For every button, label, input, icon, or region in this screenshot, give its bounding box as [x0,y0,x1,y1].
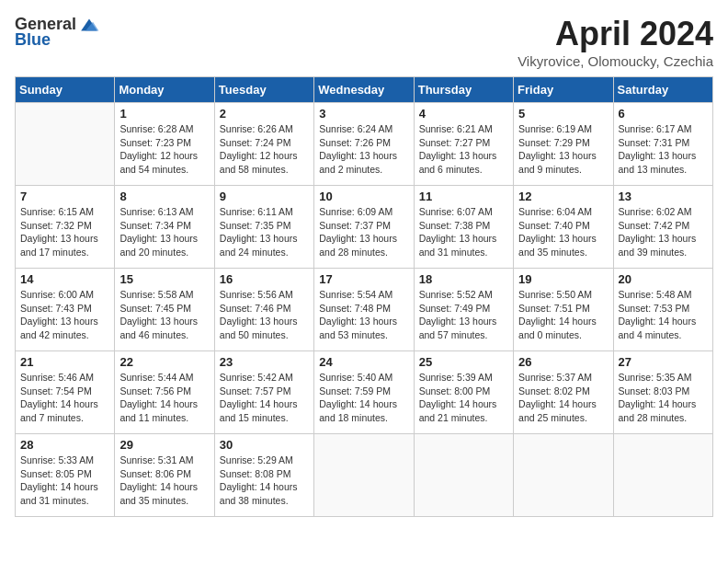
day-info: Sunrise: 5:39 AM Sunset: 8:00 PM Dayligh… [419,371,508,425]
day-info: Sunrise: 6:21 AM Sunset: 7:27 PM Dayligh… [419,122,508,177]
calendar-table: SundayMondayTuesdayWednesdayThursdayFrid… [15,76,713,517]
logo-blue: Blue [15,30,51,50]
day-number: 21 [20,355,109,369]
weekday-header: Friday [514,77,613,103]
calendar-week-row: 7Sunrise: 6:15 AM Sunset: 7:32 PM Daylig… [16,186,713,269]
day-info: Sunrise: 6:04 AM Sunset: 7:40 PM Dayligh… [518,205,608,259]
weekday-header: Sunday [16,77,115,103]
calendar-cell: 10Sunrise: 6:09 AM Sunset: 7:37 PM Dayli… [314,186,414,269]
day-number: 8 [119,190,209,203]
day-info: Sunrise: 5:56 AM Sunset: 7:46 PM Dayligh… [220,288,309,342]
day-info: Sunrise: 6:26 AM Sunset: 7:24 PM Dayligh… [220,122,309,177]
calendar-cell [414,434,513,517]
day-number: 16 [220,272,309,286]
day-info: Sunrise: 6:19 AM Sunset: 7:29 PM Dayligh… [518,122,608,177]
day-info: Sunrise: 6:00 AM Sunset: 7:43 PM Dayligh… [20,288,109,342]
calendar-cell: 1Sunrise: 6:28 AM Sunset: 7:23 PM Daylig… [115,103,214,186]
day-number: 22 [119,355,209,369]
day-info: Sunrise: 5:52 AM Sunset: 7:49 PM Dayligh… [419,288,508,342]
calendar-cell: 30Sunrise: 5:29 AM Sunset: 8:08 PM Dayli… [214,434,313,517]
page-header: General Blue April 2024 Vikyrovice, Olom… [15,15,713,69]
day-number: 15 [119,272,209,286]
calendar-cell: 9Sunrise: 6:11 AM Sunset: 7:35 PM Daylig… [214,186,313,269]
calendar-cell: 17Sunrise: 5:54 AM Sunset: 7:48 PM Dayli… [314,269,414,351]
day-info: Sunrise: 6:02 AM Sunset: 7:42 PM Dayligh… [619,205,708,259]
calendar-cell: 16Sunrise: 5:56 AM Sunset: 7:46 PM Dayli… [214,269,313,351]
day-info: Sunrise: 5:40 AM Sunset: 7:59 PM Dayligh… [319,371,408,425]
weekday-header: Tuesday [214,77,313,103]
logo: General Blue [15,15,100,50]
calendar-cell: 18Sunrise: 5:52 AM Sunset: 7:49 PM Dayli… [414,269,513,351]
calendar-cell: 28Sunrise: 5:33 AM Sunset: 8:05 PM Dayli… [16,434,115,517]
day-info: Sunrise: 5:44 AM Sunset: 7:56 PM Dayligh… [119,371,209,425]
calendar-cell: 23Sunrise: 5:42 AM Sunset: 7:57 PM Dayli… [214,351,313,434]
day-number: 18 [419,272,508,286]
month-title: April 2024 [518,15,713,53]
calendar-week-row: 21Sunrise: 5:46 AM Sunset: 7:54 PM Dayli… [16,351,713,434]
day-number: 24 [319,355,408,369]
subtitle: Vikyrovice, Olomoucky, Czechia [518,53,713,69]
day-info: Sunrise: 6:07 AM Sunset: 7:38 PM Dayligh… [419,205,508,259]
day-number: 26 [518,355,608,369]
day-info: Sunrise: 6:15 AM Sunset: 7:32 PM Dayligh… [20,205,109,259]
day-info: Sunrise: 5:42 AM Sunset: 7:57 PM Dayligh… [220,371,309,425]
day-info: Sunrise: 6:13 AM Sunset: 7:34 PM Dayligh… [119,205,209,259]
calendar-cell: 5Sunrise: 6:19 AM Sunset: 7:29 PM Daylig… [514,103,613,186]
calendar-cell: 7Sunrise: 6:15 AM Sunset: 7:32 PM Daylig… [16,186,115,269]
calendar-cell: 2Sunrise: 6:26 AM Sunset: 7:24 PM Daylig… [214,103,313,186]
day-info: Sunrise: 5:37 AM Sunset: 8:02 PM Dayligh… [518,371,608,425]
calendar-cell: 6Sunrise: 6:17 AM Sunset: 7:31 PM Daylig… [613,103,712,186]
day-number: 23 [220,355,309,369]
day-number: 4 [419,107,508,121]
day-info: Sunrise: 5:46 AM Sunset: 7:54 PM Dayligh… [20,371,109,425]
day-number: 19 [518,272,608,286]
calendar-cell [16,103,115,186]
calendar-cell: 13Sunrise: 6:02 AM Sunset: 7:42 PM Dayli… [613,186,712,269]
day-info: Sunrise: 5:35 AM Sunset: 8:03 PM Dayligh… [619,371,708,425]
calendar-cell: 3Sunrise: 6:24 AM Sunset: 7:26 PM Daylig… [314,103,414,186]
calendar-cell: 19Sunrise: 5:50 AM Sunset: 7:51 PM Dayli… [514,269,613,351]
calendar-cell: 8Sunrise: 6:13 AM Sunset: 7:34 PM Daylig… [115,186,214,269]
calendar-cell [314,434,414,517]
day-info: Sunrise: 5:58 AM Sunset: 7:45 PM Dayligh… [119,288,209,342]
day-number: 29 [119,438,209,452]
weekday-header-row: SundayMondayTuesdayWednesdayThursdayFrid… [16,77,713,103]
day-number: 1 [119,107,209,121]
day-info: Sunrise: 6:28 AM Sunset: 7:23 PM Dayligh… [119,122,209,177]
day-number: 2 [220,107,309,121]
day-info: Sunrise: 6:24 AM Sunset: 7:26 PM Dayligh… [319,122,408,177]
day-number: 5 [518,107,608,121]
day-number: 20 [619,272,708,286]
day-info: Sunrise: 5:29 AM Sunset: 8:08 PM Dayligh… [220,454,309,508]
calendar-cell: 26Sunrise: 5:37 AM Sunset: 8:02 PM Dayli… [514,351,613,434]
logo-icon [78,16,100,34]
calendar-cell: 24Sunrise: 5:40 AM Sunset: 7:59 PM Dayli… [314,351,414,434]
day-info: Sunrise: 6:17 AM Sunset: 7:31 PM Dayligh… [619,122,708,177]
weekday-header: Thursday [414,77,513,103]
day-number: 9 [220,190,309,203]
calendar-cell: 14Sunrise: 6:00 AM Sunset: 7:43 PM Dayli… [16,269,115,351]
day-number: 6 [619,107,708,121]
calendar-cell: 11Sunrise: 6:07 AM Sunset: 7:38 PM Dayli… [414,186,513,269]
day-number: 3 [319,107,408,121]
calendar-week-row: 1Sunrise: 6:28 AM Sunset: 7:23 PM Daylig… [16,103,713,186]
day-number: 13 [619,190,708,203]
day-info: Sunrise: 6:11 AM Sunset: 7:35 PM Dayligh… [220,205,309,259]
title-area: April 2024 Vikyrovice, Olomoucky, Czechi… [518,15,713,69]
day-number: 28 [20,438,109,452]
day-info: Sunrise: 5:31 AM Sunset: 8:06 PM Dayligh… [119,454,209,508]
day-number: 7 [20,190,109,203]
day-number: 30 [220,438,309,452]
day-info: Sunrise: 5:33 AM Sunset: 8:05 PM Dayligh… [20,454,109,508]
day-info: Sunrise: 5:54 AM Sunset: 7:48 PM Dayligh… [319,288,408,342]
calendar-cell [514,434,613,517]
day-info: Sunrise: 5:50 AM Sunset: 7:51 PM Dayligh… [518,288,608,342]
day-number: 25 [419,355,508,369]
day-number: 12 [518,190,608,203]
calendar-cell [613,434,712,517]
day-number: 10 [319,190,408,203]
day-info: Sunrise: 5:48 AM Sunset: 7:53 PM Dayligh… [619,288,708,342]
calendar-cell: 29Sunrise: 5:31 AM Sunset: 8:06 PM Dayli… [115,434,214,517]
calendar-cell: 12Sunrise: 6:04 AM Sunset: 7:40 PM Dayli… [514,186,613,269]
calendar-cell: 4Sunrise: 6:21 AM Sunset: 7:27 PM Daylig… [414,103,513,186]
